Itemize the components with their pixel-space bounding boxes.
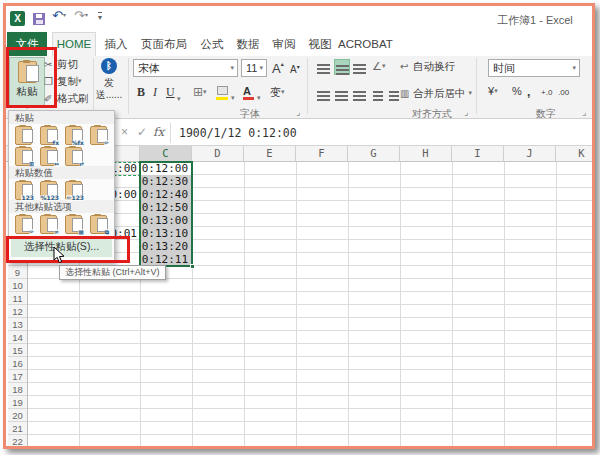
paste-option-paste-link-icon[interactable]: ∞ xyxy=(40,215,57,234)
font-dialog-launcher-icon[interactable]: ⌟ xyxy=(296,107,300,117)
annotation-box-paste-button xyxy=(6,47,57,108)
row-header-19[interactable]: 19 xyxy=(8,396,27,409)
redo-button[interactable]: ↷▾ xyxy=(74,8,88,23)
tab-审阅[interactable]: 审阅 xyxy=(268,33,300,55)
save-icon[interactable] xyxy=(33,13,45,25)
tab-公式[interactable]: 公式 xyxy=(196,33,228,55)
align-bottom-button[interactable] xyxy=(352,59,368,75)
font-size-combobox[interactable]: 11▾ xyxy=(241,59,267,77)
row-header-9[interactable]: 9 xyxy=(8,266,27,279)
font-color-dropdown-icon[interactable]: ▾ xyxy=(257,88,261,106)
column-header-g[interactable]: G xyxy=(348,146,400,162)
column-header-c[interactable]: C xyxy=(140,146,192,162)
paste-option-keep-source-formatting-icon[interactable]: ✏ xyxy=(90,126,107,145)
number-format-combobox[interactable]: 时间▾ xyxy=(488,59,580,77)
paste-option-formulas-number-formatting-icon[interactable]: %fx xyxy=(65,126,82,145)
redo-icon: ↷ xyxy=(74,8,85,23)
bluetooth-icon[interactable]: ᛒ xyxy=(101,58,117,74)
menu-section-header: 其他粘贴选项 xyxy=(9,200,114,213)
qat-customize-icon[interactable]: ▾ xyxy=(98,12,102,22)
formula-bar-value[interactable]: 1900/1/12 0:12:00 xyxy=(179,126,297,140)
paste-option-transpose-icon[interactable]: ⇄ xyxy=(65,147,82,166)
decrease-decimal-icon[interactable]: .00 xyxy=(558,88,569,97)
paste-option-picture-icon[interactable]: ▦ xyxy=(65,215,82,234)
row-header-17[interactable]: 17 xyxy=(8,370,27,383)
column-header-e[interactable]: E xyxy=(244,146,296,162)
tab-acrobat[interactable]: ACROBAT xyxy=(338,33,390,55)
alignment-dialog-launcher-icon[interactable]: ⌟ xyxy=(464,107,468,117)
bluetooth-send-button[interactable]: 发送...... xyxy=(92,77,126,101)
undo-button[interactable]: ↶▾ xyxy=(52,8,66,23)
fill-handle[interactable] xyxy=(190,264,195,269)
number-dialog-launcher-icon[interactable]: ⌟ xyxy=(582,107,586,117)
align-top-button[interactable] xyxy=(316,59,332,75)
orientation-icon[interactable]: ∠▾ xyxy=(372,60,385,73)
paste-option-values-source-formatting-icon[interactable]: ✏123 xyxy=(65,181,82,200)
fill-color-icon[interactable] xyxy=(216,86,228,99)
column-header-k[interactable]: K xyxy=(556,146,595,162)
accounting-format-icon[interactable]: ¥▾ xyxy=(488,85,498,97)
undo-dropdown-icon[interactable]: ▾ xyxy=(63,12,66,18)
paste-option-no-borders-icon[interactable]: ⊞ xyxy=(15,147,32,166)
font-name-combobox[interactable]: 宋体▾ xyxy=(133,59,238,77)
percent-style-button[interactable]: % xyxy=(512,85,522,97)
row-header-13[interactable]: 13 xyxy=(8,318,27,331)
align-center-button[interactable] xyxy=(334,86,350,102)
align-left-button[interactable] xyxy=(316,86,332,102)
row-header-16[interactable]: 16 xyxy=(8,357,27,370)
paste-option-formatting-icon[interactable]: ✏ xyxy=(15,215,32,234)
row-header-20[interactable]: 20 xyxy=(8,409,27,422)
borders-icon[interactable]: ⊞▾ xyxy=(193,85,207,99)
row-header-22[interactable]: 22 xyxy=(8,435,27,448)
paste-option-formulas-icon[interactable]: fx xyxy=(40,126,57,145)
row-header-14[interactable]: 14 xyxy=(8,331,27,344)
paste-option-values-icon[interactable]: 123 xyxy=(15,181,32,200)
row-header-15[interactable]: 15 xyxy=(8,344,27,357)
menu-section-header: 粘贴数值 xyxy=(9,166,114,179)
decrease-indent-icon[interactable] xyxy=(372,86,388,102)
merge-center-button[interactable]: ▥合并后居中 ▾ xyxy=(400,87,472,101)
tab-home[interactable]: HOME xyxy=(52,32,96,56)
tab-插入[interactable]: 插入 xyxy=(100,33,132,55)
shrink-font-icon[interactable]: A▾ xyxy=(290,63,300,75)
italic-button[interactable]: I xyxy=(153,85,157,100)
column-header-d[interactable]: D xyxy=(192,146,244,162)
underline-dropdown-icon[interactable]: ▾ xyxy=(177,89,181,107)
paste-option-values-number-formatting-icon[interactable]: %123 xyxy=(40,181,57,200)
align-right-button[interactable] xyxy=(352,86,368,102)
column-header-j[interactable]: J xyxy=(504,146,556,162)
paste-option-paste-icon[interactable] xyxy=(15,126,32,145)
column-header-i[interactable]: I xyxy=(452,146,504,162)
tab-页面布局[interactable]: 页面布局 xyxy=(136,33,192,55)
phonetic-guide-button[interactable]: 变▾ xyxy=(270,85,285,100)
underline-button[interactable]: U xyxy=(166,85,175,100)
tab-数据[interactable]: 数据 xyxy=(232,33,264,55)
gridline-vertical xyxy=(296,162,297,448)
wrap-text-button[interactable]: ↩自动换行 xyxy=(400,60,455,74)
redo-dropdown-icon[interactable]: ▾ xyxy=(85,12,88,18)
tab-视图[interactable]: 视图 xyxy=(304,33,336,55)
enter-icon[interactable]: ✓ xyxy=(137,125,147,139)
column-header-f[interactable]: F xyxy=(296,146,348,162)
gridline-vertical xyxy=(556,162,557,448)
font-color-icon[interactable]: A xyxy=(243,85,255,99)
column-header-h[interactable]: H xyxy=(400,146,452,162)
merge-center-icon: ▥ xyxy=(400,88,413,99)
comma-style-button[interactable]: , xyxy=(527,85,530,99)
align-middle-button[interactable] xyxy=(334,59,350,75)
row-header-12[interactable]: 12 xyxy=(8,305,27,318)
increase-decimal-icon[interactable]: +.0 xyxy=(541,88,552,97)
paste-option-linked-picture-icon[interactable]: ⧉ xyxy=(90,215,107,234)
row-header-18[interactable]: 18 xyxy=(8,383,27,396)
fill-color-dropdown-icon[interactable]: ▾ xyxy=(231,88,235,106)
row-header-11[interactable]: 11 xyxy=(8,292,27,305)
grow-font-icon[interactable]: A▴ xyxy=(272,60,284,76)
menu-icon-row: ⊞↔⇄ xyxy=(9,145,114,166)
row-header-10[interactable]: 10 xyxy=(8,279,27,292)
paste-option-keep-source-column-widths-icon[interactable]: ↔ xyxy=(40,147,57,166)
paste-special-tooltip: 选择性粘贴 (Ctrl+Alt+V) xyxy=(59,265,166,280)
cancel-icon[interactable]: × xyxy=(121,125,128,139)
bold-button[interactable]: B xyxy=(137,85,145,100)
insert-function-icon[interactable]: fx xyxy=(153,125,164,139)
row-header-21[interactable]: 21 xyxy=(8,422,27,435)
